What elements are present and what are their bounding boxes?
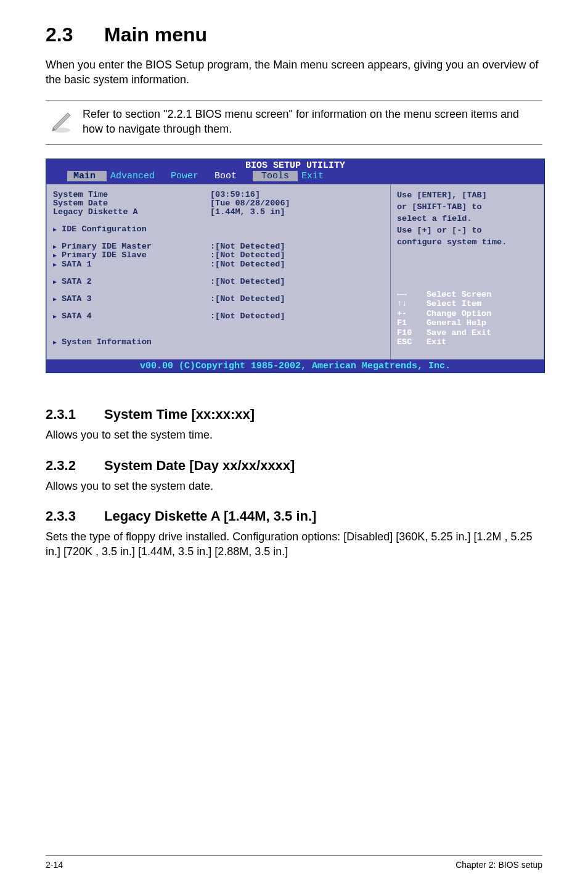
bios-field-value: :[Not Detected] bbox=[210, 260, 285, 269]
subsection-number: 2.3.1 bbox=[46, 406, 104, 423]
svg-marker-1 bbox=[53, 113, 70, 130]
bios-legend-text: Select Screen bbox=[427, 290, 491, 300]
bios-help-line: configure system time. bbox=[397, 237, 539, 247]
subsection-title: System Time [xx:xx:xx] bbox=[104, 406, 255, 422]
bios-legend-text: General Help bbox=[427, 318, 486, 328]
bios-field-value: :[Not Detected] bbox=[210, 251, 285, 260]
bios-legend-row: ESCExit bbox=[397, 337, 539, 347]
bios-field-label: SATA 4 bbox=[53, 312, 210, 321]
bios-field-value: :[Not Detected] bbox=[210, 312, 285, 321]
subsection-title: System Date [Day xx/xx/xxxx] bbox=[104, 458, 295, 473]
bios-title: BIOS SETUP UTILITY bbox=[46, 159, 544, 171]
bios-legend-text: Exit bbox=[427, 337, 446, 347]
subsection-title: Legacy Diskette A [1.44M, 3.5 in.] bbox=[104, 508, 316, 524]
note-text: Refer to section "2.2.1 BIOS menu screen… bbox=[83, 107, 539, 137]
bios-help-line: Use [+] or [-] to bbox=[397, 226, 539, 235]
subsection-heading: 2.3.2System Date [Day xx/xx/xxxx] bbox=[46, 458, 542, 474]
bios-field-row[interactable]: System Date[Tue 08/28/2006] bbox=[53, 199, 385, 208]
bios-legend-text: Select Item bbox=[427, 299, 481, 309]
section-heading: 2.3Main menu bbox=[46, 23, 542, 46]
bios-field-label: SATA 3 bbox=[53, 295, 210, 303]
bios-help-line: or [SHIFT-TAB] to bbox=[397, 202, 539, 212]
note-block: Refer to section "2.2.1 BIOS menu screen… bbox=[46, 100, 542, 145]
bios-help-line: Use [ENTER], [TAB] bbox=[397, 191, 539, 200]
bios-field-value: [1.44M, 3.5 in] bbox=[210, 208, 285, 217]
bios-legend-row: F1General Help bbox=[397, 318, 539, 328]
bios-legend-row: +-Change Option bbox=[397, 309, 539, 319]
bios-tab-power[interactable]: Power bbox=[171, 171, 214, 181]
bios-tab-main[interactable]: Main bbox=[67, 171, 107, 181]
pencil-icon bbox=[49, 107, 83, 138]
bios-field-label: Legacy Diskette A bbox=[53, 208, 210, 217]
bios-sub-item[interactable]: SATA 2:[Not Detected] bbox=[53, 278, 385, 286]
subsection-number: 2.3.3 bbox=[46, 508, 104, 524]
bios-legend-key: +- bbox=[397, 309, 427, 319]
bios-help-line: select a field. bbox=[397, 214, 539, 223]
bios-field-value: :[Not Detected] bbox=[210, 242, 285, 251]
bios-field-label: Primary IDE Master bbox=[53, 242, 210, 251]
bios-legend-row: ↑↓Select Item bbox=[397, 299, 539, 309]
bios-tab-advanced[interactable]: Advanced bbox=[110, 171, 171, 181]
bios-field-row[interactable]: System Time[03:59:16] bbox=[53, 191, 385, 199]
subsection-body: Sets the type of floppy drive installed.… bbox=[46, 529, 542, 559]
bios-field-value: :[Not Detected] bbox=[210, 295, 285, 303]
bios-field-label: IDE Configuration bbox=[53, 225, 210, 234]
bios-footer: v00.00 (C)Copyright 1985-2002, American … bbox=[46, 360, 544, 373]
page-footer: 2-14 Chapter 2: BIOS setup bbox=[46, 856, 542, 887]
bios-legend-key: F10 bbox=[397, 328, 427, 338]
section-intro: When you enter the BIOS Setup program, t… bbox=[46, 57, 542, 88]
bios-field-label: SATA 1 bbox=[53, 260, 210, 269]
bios-field-label: System Time bbox=[53, 191, 210, 199]
bios-sub-item[interactable]: SATA 4:[Not Detected] bbox=[53, 312, 385, 321]
bios-field-row[interactable]: Legacy Diskette A[1.44M, 3.5 in] bbox=[53, 208, 385, 217]
bios-field-value: [03:59:16] bbox=[210, 191, 260, 199]
bios-legend-row: ←→Select Screen bbox=[397, 290, 539, 300]
bios-field-label: System Date bbox=[53, 199, 210, 208]
bios-sub-item[interactable]: Primary IDE Master:[Not Detected] bbox=[53, 242, 385, 251]
bios-field-value: :[Not Detected] bbox=[210, 278, 285, 286]
chapter-label: Chapter 2: BIOS setup bbox=[455, 860, 542, 870]
bios-tab-boot[interactable]: Boot bbox=[214, 171, 253, 181]
section-number: 2.3 bbox=[46, 23, 104, 46]
bios-tab-tools[interactable]: Tools bbox=[253, 171, 298, 181]
bios-legend-key: F1 bbox=[397, 318, 427, 328]
bios-legend-row: F10Save and Exit bbox=[397, 328, 539, 338]
bios-menubar: Main Advanced Power Boot Tools Exit bbox=[46, 171, 544, 184]
bios-legend-key: ←→ bbox=[397, 290, 427, 300]
bios-screenshot: BIOS SETUP UTILITY Main Advanced Power B… bbox=[46, 159, 545, 374]
bios-field-label: System Information bbox=[53, 338, 210, 347]
bios-legend-text: Change Option bbox=[427, 309, 491, 319]
bios-legend-text: Save and Exit bbox=[427, 328, 491, 338]
bios-right-pane: Use [ENTER], [TAB]or [SHIFT-TAB] toselec… bbox=[390, 184, 544, 360]
page-number: 2-14 bbox=[46, 860, 63, 870]
bios-legend-key: ↑↓ bbox=[397, 299, 427, 309]
bios-sub-item[interactable]: SATA 3:[Not Detected] bbox=[53, 295, 385, 303]
section-title-text: Main menu bbox=[104, 23, 207, 46]
bios-left-pane: System Time[03:59:16]System Date[Tue 08/… bbox=[46, 184, 390, 360]
bios-sub-item[interactable]: System Information bbox=[53, 338, 385, 347]
bios-legend: ←→Select Screen↑↓Select Item+-Change Opt… bbox=[397, 290, 539, 347]
subsection-body: Allows you to set the system time. bbox=[46, 427, 542, 442]
bios-sub-item[interactable]: Primary IDE Slave:[Not Detected] bbox=[53, 251, 385, 260]
bios-field-value: [Tue 08/28/2006] bbox=[210, 199, 290, 208]
subsection-heading: 2.3.3Legacy Diskette A [1.44M, 3.5 in.] bbox=[46, 508, 542, 524]
subsection-body: Allows you to set the system date. bbox=[46, 479, 542, 493]
bios-legend-key: ESC bbox=[397, 337, 427, 347]
bios-sub-item[interactable]: IDE Configuration bbox=[53, 225, 385, 234]
bios-field-label: SATA 2 bbox=[53, 278, 210, 286]
subsection-heading: 2.3.1System Time [xx:xx:xx] bbox=[46, 406, 542, 423]
subsection-number: 2.3.2 bbox=[46, 458, 104, 474]
bios-field-label: Primary IDE Slave bbox=[53, 251, 210, 260]
bios-tab-exit[interactable]: Exit bbox=[301, 171, 340, 181]
bios-sub-item[interactable]: SATA 1:[Not Detected] bbox=[53, 260, 385, 269]
